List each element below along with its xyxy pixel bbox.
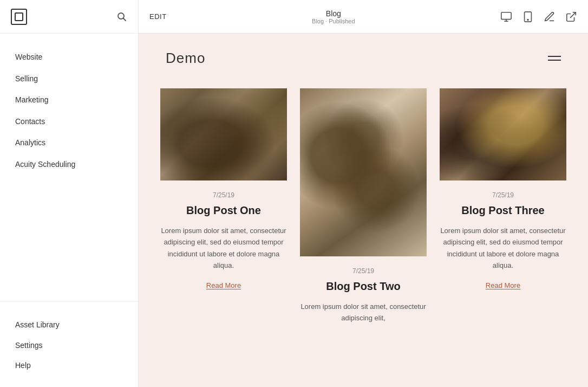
sidebar-header [0,0,138,34]
blog-post-2-title: Blog Post Two [326,279,400,293]
hamburger-line-1 [548,56,561,57]
page-info: Blog Blog · Published [312,9,355,24]
search-button[interactable] [116,11,127,22]
blog-post-2-image [300,88,427,256]
blog-card-1: 7/25/19 Blog Post One Lorem ipsum dolor … [160,88,287,334]
sidebar-item-selling[interactable]: Selling [0,68,138,90]
svg-rect-4 [501,12,511,19]
squarespace-logo [11,9,27,25]
sidebar-item-website[interactable]: Website [0,47,138,68]
blog-navbar: Demo [139,34,588,78]
svg-line-3 [123,18,126,21]
edit-button[interactable]: EDIT [149,12,167,21]
blog-post-3-read-more[interactable]: Read More [486,281,520,289]
svg-line-9 [570,12,576,17]
blog-post-3-date: 7/25/19 [492,191,514,199]
blog-post-1-read-more[interactable]: Read More [206,281,241,289]
main-content: EDIT Blog Blog · Published [139,0,588,387]
hamburger-line-2 [548,60,561,61]
page-preview: Demo 7/25/19 Blog Post One Lorem ipsum d… [139,34,588,387]
svg-rect-1 [15,13,23,21]
logo-icon [11,9,27,25]
blog-post-3-image [440,88,566,180]
sidebar-item-analytics[interactable]: Analytics [0,132,138,154]
sidebar-item-acuity[interactable]: Acuity Scheduling [0,154,138,176]
svg-point-8 [527,19,528,20]
topbar-icons [500,11,577,23]
mobile-view-button[interactable] [522,11,534,23]
open-external-button[interactable] [565,11,577,23]
svg-rect-0 [11,9,27,24]
sidebar-item-asset-library[interactable]: Asset Library [0,315,138,336]
blog-post-1-image [160,88,287,180]
sidebar-item-help[interactable]: Help [0,356,138,376]
sidebar-bottom-nav: Asset Library Settings Help [0,301,138,387]
blog-card-2: 7/25/19 Blog Post Two Lorem ipsum dolor … [300,88,427,334]
search-icon [116,11,127,22]
mobile-icon [522,11,534,23]
desktop-view-button[interactable] [500,11,512,23]
blog-post-3-title: Blog Post Three [461,203,544,217]
blog-post-1-title: Blog Post One [186,203,261,217]
blog-site-title: Demo [166,50,205,67]
sidebar-item-contacts[interactable]: Contacts [0,111,138,133]
sidebar-item-marketing[interactable]: Marketing [0,89,138,111]
blog-card-3: 7/25/19 Blog Post Three Lorem ipsum dolo… [440,88,566,334]
blog-post-1-excerpt: Lorem ipsum dolor sit amet, consectetur … [160,225,287,272]
blog-post-2-excerpt: Lorem ipsum dolor sit amet, consectetur … [300,301,427,324]
blog-post-3-excerpt: Lorem ipsum dolor sit amet, consectetur … [440,225,566,272]
external-link-icon [565,11,577,23]
page-title: Blog [312,9,355,18]
blog-posts-grid: 7/25/19 Blog Post One Lorem ipsum dolor … [139,78,588,350]
blog-post-2-date: 7/25/19 [352,267,374,275]
hamburger-menu[interactable] [548,56,561,61]
topbar: EDIT Blog Blog · Published [139,0,588,34]
pencil-icon [544,11,556,23]
sidebar-item-settings[interactable]: Settings [0,336,138,356]
blog-post-1-date: 7/25/19 [213,191,234,199]
page-subtitle: Blog · Published [312,18,355,24]
desktop-icon [500,11,512,23]
sidebar: Website Selling Marketing Contacts Analy… [0,0,139,387]
edit-mode-button[interactable] [544,11,556,23]
main-nav: Website Selling Marketing Contacts Analy… [0,34,138,301]
